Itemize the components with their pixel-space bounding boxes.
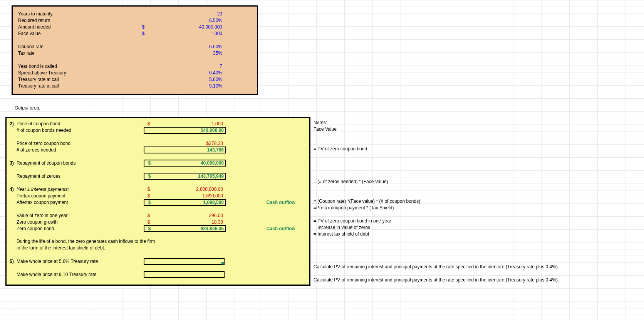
input-label: Year bond is called	[18, 64, 138, 69]
row-value[interactable]: 40,000,000	[154, 160, 225, 166]
row-value[interactable]: 1,000	[154, 121, 225, 126]
row-label: Repayment of coupon bonds	[17, 160, 144, 166]
input-label: Required return	[18, 18, 138, 23]
input-row: Required return 6.50%	[18, 17, 252, 24]
row-label: Zero coupon bond	[17, 226, 144, 231]
row-label: Make whole price at 9.10 Treasury rate	[17, 272, 144, 277]
output-row: Repayment of zeroes $ 143,765,949	[7, 173, 309, 179]
currency-symbol: $	[144, 160, 154, 166]
row-label: # of zeroes needed	[17, 147, 144, 153]
output-row: 2) Price of coupon bond $ 1,000	[7, 120, 309, 127]
input-label: Coupon rate	[18, 44, 138, 49]
currency-symbol: $	[144, 193, 154, 199]
currency-symbol: $	[144, 213, 154, 218]
input-label: Years to maturity	[18, 11, 138, 17]
note-text: = PV of zero coupon bond	[313, 146, 367, 152]
row-label: Price of coupon bond	[17, 121, 144, 126]
output-row: # of coupon bonds needed $40,000.00	[7, 127, 309, 133]
cash-flow-note: Cash outflow	[226, 200, 303, 205]
row-value[interactable]: 143,766	[154, 147, 225, 153]
output-area: 2) Price of coupon bond $ 1,000 # of cou…	[5, 117, 310, 286]
row-value[interactable]: 296.00	[154, 213, 225, 218]
row-value[interactable]: 143,765,949	[154, 173, 225, 179]
input-row: Tax rate 35%	[18, 50, 252, 56]
input-label: Treasury rate at call	[18, 77, 138, 82]
output-row: 3) Repayment of coupon bonds $ 40,000,00…	[7, 160, 309, 166]
note-text: = Increase in value of zeros	[313, 225, 370, 230]
row-value[interactable]: 1,098,500	[154, 200, 225, 205]
question-number: 4)	[10, 187, 17, 192]
currency-symbol: $	[144, 187, 154, 192]
row-label: Price of zero coupon bond	[17, 141, 144, 146]
input-value[interactable]: 6.50%	[149, 18, 222, 23]
input-value[interactable]: 0.40%	[149, 70, 222, 76]
output-row: Aftertax coupon payment $ 1,098,500 Cash…	[7, 199, 309, 205]
notes-header: Nores:	[313, 120, 327, 125]
note-text: =Pretax coupon payment * (Tax Shield)	[313, 205, 394, 211]
selected-cell[interactable]	[144, 258, 225, 265]
row-value[interactable]: 2,600,000.00	[154, 187, 225, 192]
input-label: Tax rate	[18, 51, 138, 56]
output-area-label: Output area:	[15, 105, 40, 111]
note-text: Calculate PV of remaining interest and p…	[313, 277, 559, 283]
input-value[interactable]: 20	[149, 11, 222, 17]
currency-symbol	[144, 147, 154, 153]
note-text: = (Coupon rate) *(Face value) * (# of co…	[313, 199, 420, 204]
input-row: Year bond is called 7	[18, 63, 252, 69]
empty-cell[interactable]	[144, 271, 225, 278]
output-row: Zero coupon bond $ 924,846.35 Cash outfl…	[7, 225, 309, 232]
input-value[interactable]: 1,000	[149, 31, 222, 36]
output-row: # of zeroes needed 143,766	[7, 147, 309, 153]
question-number: 3)	[10, 160, 17, 166]
input-value[interactable]: 5.60%	[149, 77, 222, 82]
note-text: = (# of zeros needed) * (Face Value)	[313, 179, 388, 184]
input-row: Spread above Treasury 0.40%	[18, 69, 252, 76]
input-row: Treasury rate at call 5.60%	[18, 76, 252, 83]
currency-symbol	[144, 128, 154, 133]
currency-symbol: $	[138, 24, 149, 30]
row-value[interactable]: 924,846.35	[154, 226, 225, 231]
input-value[interactable]: 9.10%	[149, 83, 222, 89]
row-label: Zero coupon growth	[17, 219, 144, 225]
row-label: Pretax coupon payment	[17, 193, 144, 199]
notes-column: Nores: Face Value = PV of zero coupon bo…	[313, 119, 640, 283]
cash-flow-note: Cash outflow	[226, 226, 303, 231]
currency-symbol: $	[144, 219, 154, 225]
currency-symbol: $	[144, 200, 154, 205]
row-label: # of coupon bonds needed	[17, 128, 144, 133]
row-label: Make whole price at 5.6% Treasury rate	[17, 259, 144, 264]
input-row: Coupon rate 6.50%	[18, 43, 252, 50]
input-row: Treasury rate at call 9.10%	[18, 83, 252, 89]
question-number: 5)	[10, 259, 17, 264]
explanation-text: in the form of the interest tax shield o…	[7, 245, 309, 251]
note-text: = Interest tax shield of debt	[313, 231, 369, 237]
row-value[interactable]: 1,690,000	[154, 193, 225, 199]
input-value[interactable]: 40,000,000	[149, 24, 222, 30]
currency-symbol: $	[138, 31, 149, 36]
input-area: Years to maturity 20 Required return 6.5…	[12, 5, 258, 95]
output-row: Value of zero in one year $ 296.00	[7, 212, 309, 219]
input-label: Treasury rate at call	[18, 83, 138, 89]
question-number: 2)	[10, 121, 17, 126]
input-row: Amount needed $ 40,000,000	[18, 24, 252, 30]
explanation-text: During the life of a bond, the zero gene…	[7, 238, 309, 245]
row-value[interactable]: $40,000.00	[154, 128, 225, 133]
input-label: Face value	[18, 31, 138, 36]
row-value[interactable]: $278.23	[154, 141, 225, 146]
input-value[interactable]: 6.50%	[149, 44, 222, 49]
currency-symbol: $	[144, 226, 154, 231]
currency-symbol	[144, 141, 154, 146]
note-text: = PV of zero coupon bond in one year	[313, 218, 391, 224]
input-value[interactable]: 7	[149, 64, 222, 69]
row-label: Repayment of zeroes	[17, 173, 144, 179]
output-row: 5) Make whole price at 5.6% Treasury rat…	[7, 258, 309, 264]
row-label: Year 1 interest payments:	[17, 187, 144, 192]
output-row: 4) Year 1 interest payments: $ 2,600,000…	[7, 186, 309, 192]
input-label: Amount needed	[18, 24, 138, 30]
output-row: Zero coupon growth $ 18.38	[7, 219, 309, 225]
input-value[interactable]: 35%	[149, 51, 222, 56]
output-row: Pretax coupon payment $ 1,690,000	[7, 192, 309, 199]
output-row: Make whole price at 9.10 Treasury rate	[7, 271, 309, 278]
row-value[interactable]: 18.38	[154, 219, 225, 225]
input-label: Spread above Treasury	[18, 70, 138, 76]
